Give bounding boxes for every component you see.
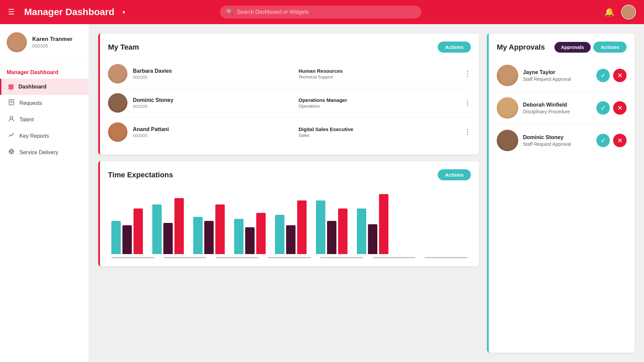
nav-right: 🔔 — [604, 5, 636, 19]
profile-info: Karen Tranmer 000305 — [32, 36, 72, 49]
dark-bar — [204, 221, 214, 254]
chart-label — [425, 256, 468, 258]
my-team-actions-button[interactable]: Actions — [438, 42, 471, 53]
dark-bar — [327, 221, 336, 254]
sidebar-item-talent[interactable]: Talent — [0, 111, 89, 128]
sidebar-item-requests[interactable]: Requests — [0, 95, 89, 111]
bar-group — [152, 198, 184, 254]
chart-label — [216, 256, 259, 258]
profile-avatar — [7, 32, 27, 52]
team-member-name: Barbara Davies — [133, 68, 293, 74]
approval-info: Deborah Winfield Disciplinary Procedure — [523, 102, 592, 114]
team-member-avatar — [108, 122, 127, 142]
teal-bar — [234, 219, 244, 254]
bar-group — [193, 204, 225, 254]
bar-group — [357, 194, 388, 254]
main-content: My Team Actions Barbara Davies 000305 Hu… — [89, 24, 644, 362]
approvals-tab-button[interactable]: Approvals — [554, 42, 591, 53]
chart-label — [373, 256, 416, 258]
team-member-role-title: Operations Manager — [299, 97, 459, 103]
red-bar — [215, 204, 225, 254]
right-column: My Approvals Approvals Actions Jayne Tay… — [487, 34, 635, 353]
red-bar — [174, 198, 184, 254]
list-item: Deborah Winfield Disciplinary Procedure … — [497, 92, 627, 124]
approve-button[interactable]: ✓ — [596, 101, 610, 115]
red-bar — [379, 194, 388, 254]
search-icon: 🔍 — [226, 8, 233, 16]
teal-bar — [357, 208, 366, 254]
team-member-menu[interactable] — [464, 128, 471, 136]
sidebar-item-service-delivery[interactable]: Service Delivery — [0, 144, 89, 161]
approve-button[interactable]: ✓ — [596, 134, 610, 147]
nav-items: ⊞ Dashboard Requests — [0, 79, 89, 161]
bar-group — [275, 200, 307, 254]
time-expectations-title: Time Expectations — [108, 171, 173, 179]
team-member-info: Anand Pattani 000305 — [133, 126, 293, 138]
list-item: Jayne Taylor Staff Request Approval ✓ ✕ — [497, 59, 627, 92]
approvals-actions-button[interactable]: Actions — [593, 42, 627, 53]
sidebar-item-dashboard[interactable]: ⊞ Dashboard — [0, 79, 89, 95]
talent-icon — [8, 115, 15, 124]
team-member-dept: Technical Support — [299, 74, 459, 79]
team-member-role: Operations Manager Operations — [299, 97, 459, 109]
teal-bar — [193, 217, 203, 254]
approval-type: Disciplinary Procedure — [523, 109, 592, 114]
notification-bell-icon[interactable]: 🔔 — [604, 7, 614, 17]
teal-bar — [275, 215, 284, 254]
approvals-header: My Approvals Approvals Actions — [497, 42, 627, 53]
time-expectations-actions-button[interactable]: Actions — [438, 169, 471, 180]
reject-button[interactable]: ✕ — [613, 69, 627, 82]
sidebar: Karen Tranmer 000305 Manager Dashboard ⊞… — [0, 24, 89, 362]
left-column: My Team Actions Barbara Davies 000305 Hu… — [98, 34, 479, 353]
search-bar: 🔍 — [220, 6, 421, 18]
teal-bar — [111, 221, 121, 254]
sidebar-item-key-reports[interactable]: Key Reports — [0, 128, 89, 144]
key-reports-icon — [8, 132, 15, 140]
approval-action-buttons: ✓ ✕ — [596, 69, 627, 82]
approval-avatar — [497, 97, 518, 119]
dashboard-dropdown-arrow[interactable]: ▾ — [122, 9, 125, 15]
teal-bar — [152, 204, 162, 254]
profile-id: 000305 — [32, 43, 72, 49]
user-avatar[interactable] — [621, 5, 636, 19]
time-expectations-card: Time Expectations Actions — [98, 161, 479, 266]
requests-icon — [8, 99, 15, 107]
chart-labels — [108, 254, 471, 258]
teal-bar — [316, 200, 325, 254]
dark-bar — [245, 227, 255, 254]
dark-bar — [122, 225, 132, 254]
team-member-menu[interactable] — [464, 69, 471, 78]
bar-group — [316, 200, 347, 254]
svg-rect-0 — [9, 100, 14, 105]
team-member-info: Barbara Davies 000305 — [133, 68, 293, 80]
top-navigation: ☰ Manager Dashboard ▾ 🔍 🔔 — [0, 0, 644, 24]
team-member-role: Digital Sales Executive Sales — [299, 126, 459, 138]
svg-point-3 — [10, 116, 13, 119]
reject-button[interactable]: ✕ — [613, 134, 627, 147]
hamburger-icon[interactable]: ☰ — [8, 8, 15, 16]
approval-type: Staff Request Approval — [523, 141, 592, 147]
team-member-avatar — [108, 93, 127, 113]
my-team-header: My Team Actions — [108, 42, 471, 53]
approvals-title: My Approvals — [497, 43, 545, 52]
team-member-name: Dominic Stoney — [133, 97, 293, 103]
approve-button[interactable]: ✓ — [596, 69, 610, 82]
my-approvals-card: My Approvals Approvals Actions Jayne Tay… — [487, 34, 635, 353]
profile-section: Karen Tranmer 000305 — [0, 32, 89, 62]
approval-avatar — [497, 130, 518, 151]
red-bar — [133, 208, 143, 254]
approval-action-buttons: ✓ ✕ — [596, 134, 627, 147]
red-bar — [256, 213, 266, 254]
team-member-dept: Operations — [299, 104, 459, 109]
approvals-tabs: Approvals Actions — [554, 42, 627, 53]
team-member-menu[interactable] — [464, 99, 471, 107]
list-item: Dominic Stoney Staff Request Approval ✓ … — [497, 124, 627, 157]
search-input[interactable] — [237, 9, 415, 15]
chart-label — [268, 256, 311, 258]
reject-button[interactable]: ✕ — [613, 101, 627, 115]
table-row: Dominic Stoney 000305 Operations Manager… — [108, 88, 471, 118]
my-team-title: My Team — [108, 43, 139, 52]
main-layout: Karen Tranmer 000305 Manager Dashboard ⊞… — [0, 24, 644, 362]
team-member-name: Anand Pattani — [133, 126, 293, 132]
approval-avatar — [497, 65, 518, 86]
